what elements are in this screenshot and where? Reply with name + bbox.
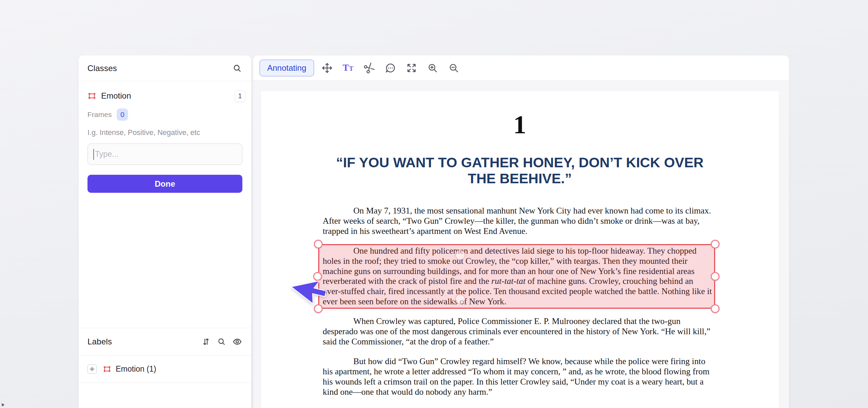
expand-plus-icon[interactable] (87, 364, 97, 374)
class-hint-text: I.g. Intense, Positive, Negative, etc (79, 123, 251, 142)
resize-handle-bottom-right[interactable] (711, 304, 720, 313)
class-item-emotion[interactable]: Emotion 1 (79, 86, 251, 106)
annotation-highlight-box[interactable] (318, 244, 715, 309)
annotation-workspace: Annotating TT 1 “IF YOU WANT TO GATHER H… (253, 55, 789, 408)
classes-panel: Classes Emotion 1 Frames 0 I.g. Intense,… (79, 55, 251, 408)
annotation-toolbar: Annotating TT (253, 55, 789, 81)
bounding-box-icon (97, 365, 111, 373)
zoom-out-icon[interactable] (446, 60, 461, 76)
paragraph: On May 7, 1931, the most sensational man… (323, 206, 717, 236)
sort-icon[interactable] (201, 337, 211, 347)
frames-count-badge: 0 (117, 108, 128, 121)
move-tool-icon[interactable] (320, 60, 335, 76)
text-caret (93, 149, 94, 160)
class-count-badge: 1 (235, 90, 245, 102)
bounding-box-icon (87, 91, 96, 100)
fullscreen-expand-icon[interactable] (404, 60, 419, 76)
annotating-mode-button[interactable]: Annotating (259, 60, 314, 76)
document-canvas[interactable]: 1 “IF YOU WANT TO GATHER HONEY, DON’T KI… (253, 81, 789, 408)
labels-header: Labels (79, 328, 251, 355)
paragraph: When Crowley was captured, Police Commis… (323, 316, 717, 347)
zoom-in-icon[interactable] (425, 60, 440, 76)
paragraph: But how did “Two Gun” Crowley regard him… (323, 356, 717, 397)
visibility-eye-icon[interactable] (232, 337, 242, 347)
label-name: Emotion (1) (116, 364, 156, 374)
search-icon[interactable] (232, 63, 242, 73)
comment-bubble-icon[interactable] (383, 60, 398, 76)
annotation-cursor-icon (287, 270, 332, 311)
cut-scissors-icon[interactable] (362, 60, 377, 76)
class-name: Emotion (101, 91, 235, 101)
corner-artifact (2, 403, 4, 406)
resize-handle-top-left[interactable] (314, 240, 323, 249)
search-icon[interactable] (216, 337, 227, 347)
text-tool-icon[interactable]: TT (341, 60, 356, 76)
document-page: 1 “IF YOU WANT TO GATHER HONEY, DON’T KI… (261, 91, 779, 408)
heading-line-2: THE BEEHIVE.” (323, 171, 717, 187)
classes-header: Classes (79, 55, 251, 81)
classes-title: Classes (87, 64, 117, 73)
resize-handle-mid-right[interactable] (711, 272, 720, 281)
selection-point-top[interactable] (455, 250, 465, 260)
resize-handle-top-right[interactable] (711, 240, 720, 249)
labels-panel: Labels Emotion (1) (79, 328, 251, 383)
labels-title: Labels (87, 337, 201, 346)
chapter-number: 1 (323, 113, 717, 136)
frames-label: Frames (87, 111, 112, 119)
heading-line-1: “IF YOU WANT TO GATHER HONEY, DON’T KICK… (323, 155, 717, 171)
chapter-heading: “IF YOU WANT TO GATHER HONEY, DON’T KICK… (323, 155, 717, 187)
done-button[interactable]: Done (87, 175, 242, 193)
frames-row: Frames 0 (79, 106, 251, 123)
label-row-emotion[interactable]: Emotion (1) (79, 355, 251, 383)
attribute-input[interactable]: Type... (87, 143, 242, 165)
input-placeholder: Type... (95, 150, 118, 159)
selection-point-bottom[interactable] (455, 294, 465, 304)
